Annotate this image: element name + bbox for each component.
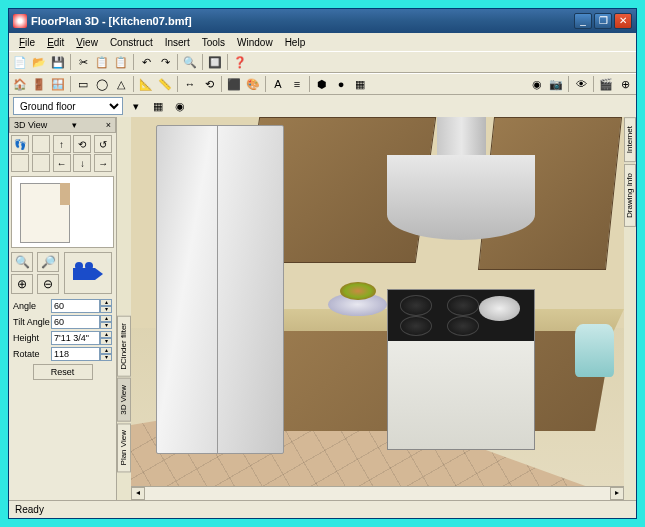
- align-icon[interactable]: ≡: [288, 75, 306, 93]
- open-icon[interactable]: 📂: [30, 53, 48, 71]
- minimap[interactable]: [11, 176, 114, 248]
- zoom-icon[interactable]: 🔍: [181, 53, 199, 71]
- menu-edit[interactable]: Edit: [41, 36, 70, 49]
- walk-icon[interactable]: 👣: [11, 135, 29, 153]
- camera-indicator[interactable]: [64, 252, 112, 294]
- angle-down-icon[interactable]: ▾: [100, 306, 112, 313]
- menubar: File Edit View Construct Insert Tools Wi…: [9, 33, 636, 51]
- separator: [70, 76, 71, 92]
- fill-icon[interactable]: ⬛: [225, 75, 243, 93]
- circle-icon[interactable]: ◯: [93, 75, 111, 93]
- rotate-input[interactable]: [51, 347, 100, 361]
- door-icon[interactable]: 🚪: [30, 75, 48, 93]
- 3d-scene[interactable]: [131, 117, 624, 500]
- tab-internet[interactable]: Internet: [624, 117, 636, 162]
- tab-3dview[interactable]: 3D View: [117, 378, 131, 422]
- menu-insert[interactable]: Insert: [159, 36, 196, 49]
- scroll-left-icon[interactable]: ◂: [131, 487, 145, 500]
- tab-drawing-info[interactable]: Drawing Info: [624, 164, 636, 227]
- view-3d-icon[interactable]: ◉: [171, 97, 189, 115]
- close-button[interactable]: ✕: [614, 13, 632, 29]
- nav-spacer: [32, 135, 50, 153]
- record-icon[interactable]: 🎬: [597, 75, 615, 93]
- maximize-button[interactable]: ❐: [594, 13, 612, 29]
- select-icon[interactable]: 🔲: [206, 53, 224, 71]
- shape-icon[interactable]: ⬢: [313, 75, 331, 93]
- grid-icon[interactable]: ▦: [351, 75, 369, 93]
- cut-icon[interactable]: ✂: [74, 53, 92, 71]
- ruler-icon[interactable]: 📏: [156, 75, 174, 93]
- undo-icon[interactable]: ↶: [137, 53, 155, 71]
- rotate-down-icon[interactable]: ▾: [100, 354, 112, 361]
- nav-right-icon[interactable]: →: [94, 154, 112, 172]
- separator: [309, 76, 310, 92]
- move-icon[interactable]: ↔: [181, 75, 199, 93]
- view-plan-icon[interactable]: ▦: [149, 97, 167, 115]
- height-up-icon[interactable]: ▴: [100, 331, 112, 338]
- paste-icon[interactable]: 📋: [112, 53, 130, 71]
- dimension-icon[interactable]: 📐: [137, 75, 155, 93]
- scroll-right-icon[interactable]: ▸: [610, 487, 624, 500]
- angle-label: Angle: [13, 301, 51, 311]
- save-icon[interactable]: 💾: [49, 53, 67, 71]
- dot-icon[interactable]: ●: [332, 75, 350, 93]
- panel-pin-icon[interactable]: ▾: [72, 120, 77, 130]
- rotate-icon[interactable]: ↺: [94, 135, 112, 153]
- tilt-input[interactable]: [51, 315, 100, 329]
- nav-left-icon[interactable]: ←: [53, 154, 71, 172]
- redo-icon[interactable]: ↷: [156, 53, 174, 71]
- nav-up-icon[interactable]: ↑: [53, 135, 71, 153]
- reset-button[interactable]: Reset: [33, 364, 93, 380]
- tab-dcinder[interactable]: DCinder filter: [117, 316, 131, 377]
- scene-pot: [479, 296, 520, 320]
- help-icon[interactable]: ❓: [231, 53, 249, 71]
- horizontal-scrollbar[interactable]: ◂ ▸: [131, 486, 624, 500]
- minimize-button[interactable]: _: [574, 13, 592, 29]
- copy-icon[interactable]: 📋: [93, 53, 111, 71]
- nav-spacer3: [32, 154, 50, 172]
- orbit-icon[interactable]: ⟲: [73, 135, 91, 153]
- scene-range-hood: [387, 155, 535, 239]
- menu-file[interactable]: File: [13, 36, 41, 49]
- tilt-down-icon[interactable]: ▾: [100, 322, 112, 329]
- floor-selector[interactable]: Ground floor: [13, 97, 123, 115]
- window-icon[interactable]: 🪟: [49, 75, 67, 93]
- height-down-icon[interactable]: ▾: [100, 338, 112, 345]
- new-icon[interactable]: 📄: [11, 53, 29, 71]
- target-icon[interactable]: ⊕: [616, 75, 634, 93]
- angle-input[interactable]: [51, 299, 100, 313]
- menu-construct[interactable]: Construct: [104, 36, 159, 49]
- menu-view[interactable]: View: [70, 36, 104, 49]
- render-icon[interactable]: ◉: [528, 75, 546, 93]
- nav-down-icon[interactable]: ↓: [73, 154, 91, 172]
- color-icon[interactable]: 🎨: [244, 75, 262, 93]
- expand-icon[interactable]: ⊕: [11, 274, 33, 294]
- menu-tools[interactable]: Tools: [196, 36, 231, 49]
- scene-appliance: [575, 324, 614, 378]
- scene-stove: [387, 289, 535, 450]
- zoom-in-icon[interactable]: 🔍: [11, 252, 33, 272]
- collapse-icon[interactable]: ⊖: [37, 274, 59, 294]
- zoom-out-icon[interactable]: 🔎: [37, 252, 59, 272]
- tilt-up-icon[interactable]: ▴: [100, 315, 112, 322]
- text-icon[interactable]: A: [269, 75, 287, 93]
- panel-close-icon[interactable]: ×: [106, 120, 111, 130]
- rotate-icon[interactable]: ⟲: [200, 75, 218, 93]
- viewport: DCinder filter 3D View Plan View: [117, 117, 636, 500]
- menu-help[interactable]: Help: [279, 36, 312, 49]
- rotate-up-icon[interactable]: ▴: [100, 347, 112, 354]
- window-buttons: _ ❐ ✕: [574, 13, 632, 29]
- rotate-label: Rotate: [13, 349, 51, 359]
- menu-window[interactable]: Window: [231, 36, 279, 49]
- scroll-track[interactable]: [145, 487, 610, 500]
- angle-up-icon[interactable]: ▴: [100, 299, 112, 306]
- camera-icon[interactable]: 📷: [547, 75, 565, 93]
- tab-planview[interactable]: Plan View: [117, 423, 131, 472]
- floor-dropdown-icon[interactable]: ▾: [127, 97, 145, 115]
- view-icon[interactable]: 👁: [572, 75, 590, 93]
- wall-icon[interactable]: 🏠: [11, 75, 29, 93]
- rect-icon[interactable]: ▭: [74, 75, 92, 93]
- height-input[interactable]: [51, 331, 100, 345]
- camera-properties: Angle ▴▾ Tilt Angle ▴▾ Height ▴▾ Rotate: [9, 296, 116, 384]
- triangle-icon[interactable]: △: [112, 75, 130, 93]
